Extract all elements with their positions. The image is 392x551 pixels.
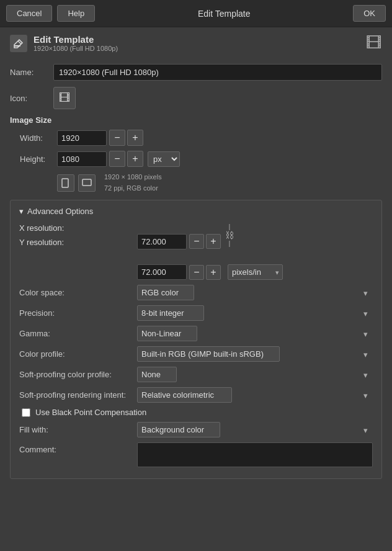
- icon-picker-button[interactable]: 🎞: [53, 87, 76, 109]
- comment-textarea[interactable]: [137, 442, 373, 467]
- x-res-input-row: − + | ⛓ |: [137, 223, 373, 259]
- name-row: Name:: [10, 64, 382, 81]
- main-content: Name: Icon: 🎞 Image Size Width: − + Heig…: [0, 59, 392, 484]
- res-unit-wrap: pixels/in pixels/mm: [228, 264, 283, 280]
- film-icon-header: 🎞: [366, 34, 382, 53]
- rendering-intent-select[interactable]: Relative colorimetric Perceptual Absolut…: [137, 387, 232, 403]
- y-resolution-input[interactable]: [137, 264, 187, 280]
- x-res-increment-button[interactable]: +: [206, 234, 221, 249]
- gamma-row: Gamma: Non-Linear Linear: [19, 326, 373, 341]
- advanced-collapse-icon: ▾: [19, 207, 24, 216]
- x-res-label: X resolution:: [19, 223, 137, 233]
- name-label: Name:: [10, 68, 53, 77]
- color-space-row: Color space: RGB color Grayscale CMYK: [19, 285, 373, 300]
- image-size-title: Image Size: [10, 115, 382, 125]
- color-space-select-wrap: RGB color Grayscale CMYK: [137, 285, 373, 300]
- ok-button[interactable]: OK: [353, 5, 386, 22]
- soft-proofing-profile-label: Soft-proofing color profile:: [19, 370, 137, 379]
- res-labels-col: X resolution: Y resolution:: [19, 223, 137, 247]
- y-res-label: Y resolution:: [19, 238, 137, 247]
- width-decrement-button[interactable]: −: [109, 130, 125, 146]
- y-res-input-row: − + pixels/in pixels/mm: [137, 264, 373, 280]
- width-increment-button[interactable]: +: [127, 130, 143, 146]
- x-resolution-input[interactable]: [137, 234, 187, 249]
- gamma-select-wrap: Non-Linear Linear: [137, 326, 373, 341]
- height-input[interactable]: [57, 151, 107, 167]
- height-label: Height:: [20, 155, 57, 164]
- advanced-title: Advanced Options: [27, 207, 93, 216]
- black-point-label: Use Black Point Compensation: [35, 408, 146, 417]
- header-left: Edit Template 1920×1080 (Full HD 1080p): [10, 34, 118, 52]
- black-point-checkbox[interactable]: [22, 408, 30, 417]
- advanced-section: ▾ Advanced Options X resolution: Y resol…: [10, 200, 382, 479]
- precision-select[interactable]: 8-bit integer 16-bit integer 32-bit floa…: [137, 305, 204, 321]
- top-bar-title: Edit Template: [100, 9, 348, 19]
- gamma-select[interactable]: Non-Linear Linear: [137, 326, 197, 341]
- black-point-row: Use Black Point Compensation: [19, 408, 373, 417]
- size-icons-row: 1920 × 1080 pixels 72 ppi, RGB color: [10, 172, 382, 194]
- size-info: 1920 × 1080 pixels 72 ppi, RGB color: [104, 172, 162, 194]
- resolution-row: X resolution: Y resolution: − + | ⛓ |: [19, 223, 373, 280]
- name-input[interactable]: [53, 64, 382, 81]
- portrait-icon-button[interactable]: [57, 174, 74, 192]
- chain-link-icon: | ⛓ |: [225, 223, 234, 259]
- res-inputs-col: − + | ⛓ | − + pixels/in: [137, 223, 373, 280]
- height-decrement-button[interactable]: −: [109, 151, 125, 167]
- rendering-intent-label: Soft-proofing rendering intent:: [19, 390, 137, 400]
- rendering-intent-select-wrap: Relative colorimetric Perceptual Absolut…: [137, 387, 373, 403]
- advanced-header[interactable]: ▾ Advanced Options: [19, 207, 373, 216]
- help-button[interactable]: Help: [57, 5, 95, 22]
- y-res-increment-button[interactable]: +: [206, 265, 221, 280]
- soft-proofing-profile-row: Soft-proofing color profile: None: [19, 367, 373, 382]
- precision-label: Precision:: [19, 308, 137, 318]
- landscape-icon-button[interactable]: [78, 174, 96, 192]
- color-space-label: Color space:: [19, 288, 137, 297]
- rendering-intent-row: Soft-proofing rendering intent: Relative…: [19, 387, 373, 403]
- height-increment-button[interactable]: +: [127, 151, 143, 167]
- cancel-button[interactable]: Cancel: [6, 5, 52, 22]
- comment-row: Comment:: [19, 442, 373, 467]
- header-section: Edit Template 1920×1080 (Full HD 1080p) …: [0, 27, 392, 59]
- fill-with-select[interactable]: Background color Foreground color White …: [137, 422, 220, 437]
- top-bar: Cancel Help Edit Template OK: [0, 0, 392, 27]
- width-label: Width:: [20, 133, 57, 143]
- soft-proofing-profile-select[interactable]: None: [137, 367, 177, 382]
- gamma-label: Gamma:: [19, 329, 137, 338]
- soft-proofing-profile-select-wrap: None: [137, 367, 373, 382]
- res-unit-select[interactable]: pixels/in pixels/mm: [228, 264, 283, 280]
- height-row: Height: − + px in mm: [10, 151, 382, 167]
- fill-with-row: Fill with: Background color Foreground c…: [19, 422, 373, 437]
- color-profile-select-wrap: Built-in RGB (GIMP built-in sRGB) None: [137, 346, 373, 362]
- icon-row: Icon: 🎞: [10, 87, 382, 109]
- y-res-decrement-button[interactable]: −: [189, 265, 204, 280]
- color-space-select[interactable]: RGB color Grayscale CMYK: [137, 285, 194, 300]
- precision-select-wrap: 8-bit integer 16-bit integer 32-bit floa…: [137, 305, 373, 321]
- fill-with-label: Fill with:: [19, 425, 137, 434]
- svg-rect-1: [62, 179, 68, 187]
- width-row: Width: − +: [10, 130, 382, 146]
- x-res-decrement-button[interactable]: −: [189, 234, 204, 249]
- header-title: Edit Template 1920×1080 (Full HD 1080p): [33, 34, 118, 52]
- svg-rect-2: [82, 179, 91, 186]
- color-profile-select[interactable]: Built-in RGB (GIMP built-in sRGB) None: [137, 346, 280, 362]
- comment-label: Comment:: [19, 442, 137, 454]
- fill-with-select-wrap: Background color Foreground color White …: [137, 422, 373, 437]
- icon-label: Icon:: [10, 94, 53, 103]
- precision-row: Precision: 8-bit integer 16-bit integer …: [19, 305, 373, 321]
- color-profile-row: Color profile: Built-in RGB (GIMP built-…: [19, 346, 373, 362]
- width-input[interactable]: [57, 130, 107, 146]
- color-profile-label: Color profile:: [19, 349, 137, 359]
- edit-template-icon: [10, 35, 27, 52]
- unit-select[interactable]: px in mm: [148, 151, 180, 167]
